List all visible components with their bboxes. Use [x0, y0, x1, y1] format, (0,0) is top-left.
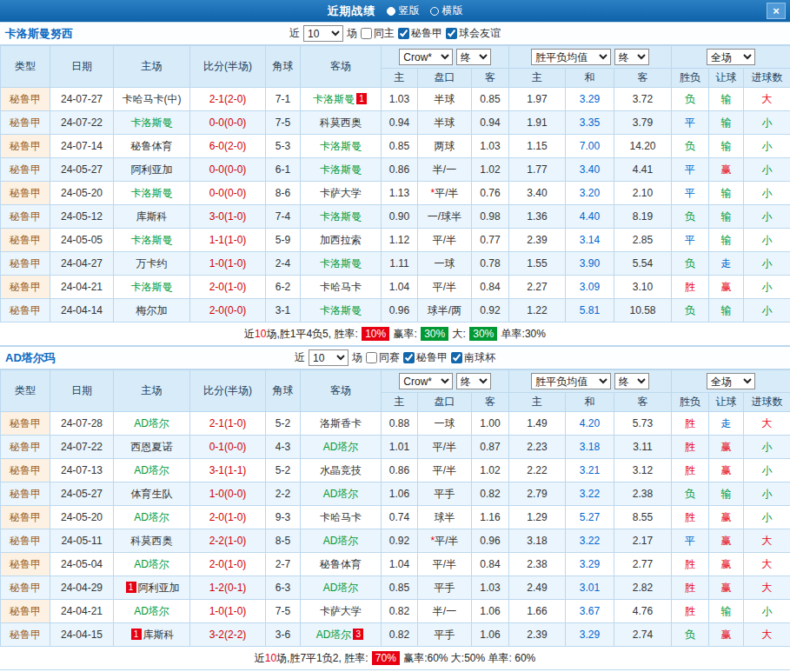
- filter-league[interactable]: 秘鲁甲: [403, 350, 448, 365]
- avg-home-cell: 3.18: [509, 529, 566, 553]
- filter-same-home[interactable]: 同主: [361, 26, 395, 41]
- recent-count-select[interactable]: 10: [303, 25, 343, 42]
- recent-count-select[interactable]: 10: [309, 349, 349, 366]
- team-link[interactable]: 水晶竞技: [320, 464, 362, 476]
- team-link[interactable]: 西恩夏诺: [131, 441, 173, 453]
- team-link[interactable]: AD塔尔: [323, 582, 359, 594]
- away-odds-cell: 0.94: [472, 111, 509, 135]
- team-link[interactable]: AD塔尔: [316, 629, 352, 641]
- team-link[interactable]: 库斯科: [136, 210, 168, 223]
- filter-league[interactable]: 秘鲁甲: [398, 26, 442, 41]
- handicap-cell: 球半: [418, 506, 472, 529]
- team-link[interactable]: 卡哈马卡(中): [123, 93, 182, 105]
- team-link[interactable]: 洛斯香卡: [320, 417, 362, 429]
- avg-stage-select[interactable]: 终: [614, 373, 649, 389]
- same-comp-checkbox[interactable]: [366, 352, 377, 363]
- filter-cup[interactable]: 南球杯: [451, 350, 495, 365]
- avg-odds-select[interactable]: 胜平负均值: [531, 49, 611, 65]
- team-link[interactable]: AD塔尔: [134, 558, 169, 570]
- team-link[interactable]: 卡洛斯曼: [320, 140, 362, 152]
- scope-select[interactable]: 全场: [707, 373, 755, 389]
- team-link[interactable]: AD塔尔: [323, 535, 359, 547]
- same-home-checkbox[interactable]: [361, 28, 372, 39]
- handicap-cell: 一/球半: [418, 205, 472, 229]
- score-cell[interactable]: 2-1(1-0): [190, 412, 266, 436]
- team-link[interactable]: AD塔尔: [323, 488, 359, 500]
- team-cell: 秘鲁体育: [301, 553, 382, 576]
- score-cell[interactable]: 3-1(1-1): [190, 459, 266, 482]
- score-cell[interactable]: 0-0(0-0): [190, 182, 266, 205]
- score-cell[interactable]: 0-1(0-0): [190, 436, 266, 459]
- team-link[interactable]: 卡萨大学: [320, 187, 362, 199]
- avg-odds-select[interactable]: 胜平负均值: [531, 373, 611, 389]
- team-link[interactable]: 库斯科: [143, 629, 175, 641]
- team-link[interactable]: 阿利亚加: [138, 582, 180, 594]
- team-link[interactable]: AD塔尔: [134, 511, 169, 523]
- score-cell[interactable]: 2-0(1-0): [190, 506, 266, 529]
- team-link[interactable]: 梅尔加: [136, 304, 168, 316]
- league-cell: 秘鲁甲: [1, 135, 50, 158]
- score-cell[interactable]: 1-1(1-0): [190, 229, 266, 252]
- score-cell[interactable]: 2-0(1-0): [190, 276, 266, 299]
- odds-stage-select[interactable]: 终: [456, 49, 491, 65]
- score-cell[interactable]: 1-0(1-0): [190, 600, 266, 623]
- date-cell: 24-05-04: [50, 553, 114, 576]
- league-cell: 秘鲁甲: [1, 299, 50, 323]
- team-link[interactable]: AD塔尔: [134, 605, 169, 617]
- league-checkbox[interactable]: [398, 28, 409, 39]
- team-link[interactable]: 卡洛斯曼: [131, 234, 173, 246]
- friendly-checkbox[interactable]: [446, 28, 457, 39]
- score-cell[interactable]: 2-1(2-0): [190, 88, 266, 111]
- score-cell[interactable]: 2-0(0-0): [190, 299, 266, 323]
- team-link[interactable]: 科莫西奥: [320, 116, 362, 129]
- goals-cell: 小: [744, 436, 790, 459]
- score-cell[interactable]: 1-0(0-0): [190, 482, 266, 506]
- odds-stage-select[interactable]: 终: [456, 373, 491, 389]
- bookmaker-select[interactable]: Crow*: [399, 49, 453, 65]
- team-link[interactable]: AD塔尔: [323, 441, 359, 453]
- score-cell[interactable]: 0-0(0-0): [190, 158, 266, 182]
- away-odds-cell: 1.00: [472, 412, 509, 436]
- team-link[interactable]: 加西拉索: [320, 234, 362, 246]
- team-link[interactable]: 卡洛斯曼: [320, 257, 362, 269]
- cup-checkbox[interactable]: [451, 352, 462, 363]
- goals-cell: 大: [744, 623, 790, 647]
- team-link[interactable]: 卡哈马卡: [320, 511, 362, 523]
- score-cell[interactable]: 2-2(1-0): [190, 529, 266, 553]
- team-link[interactable]: 阿利亚加: [131, 163, 173, 176]
- team-link[interactable]: 万卡约: [136, 257, 168, 269]
- score-cell[interactable]: 6-0(2-0): [190, 135, 266, 158]
- bookmaker-select[interactable]: Crow*: [399, 373, 453, 389]
- avg-header: 胜平负均值 终: [509, 370, 672, 393]
- scope-select[interactable]: 全场: [707, 49, 755, 65]
- team-link[interactable]: AD塔尔: [134, 417, 169, 429]
- score-cell[interactable]: 3-2(2-2): [190, 623, 266, 647]
- score-cell[interactable]: 1-0(1-0): [190, 252, 266, 276]
- score-cell[interactable]: 3-0(1-0): [190, 205, 266, 229]
- filter-same-comp[interactable]: 同赛: [366, 350, 400, 365]
- team-link[interactable]: 卡洛斯曼: [313, 93, 355, 105]
- team-link[interactable]: 秘鲁体育: [320, 558, 362, 570]
- team-link[interactable]: 卡洛斯曼: [131, 187, 173, 199]
- score-cell[interactable]: 1-2(0-1): [190, 576, 266, 600]
- filter-label: 南球杯: [464, 350, 495, 365]
- layout-radio-horizontal[interactable]: 横版: [430, 3, 463, 18]
- filter-friendly[interactable]: 球会友谊: [446, 26, 501, 41]
- score-cell[interactable]: 2-0(1-0): [190, 553, 266, 576]
- league-checkbox[interactable]: [403, 352, 415, 363]
- team-link[interactable]: 卡萨大学: [320, 605, 362, 617]
- team-link[interactable]: 体育生队: [131, 488, 173, 500]
- layout-radio-vertical[interactable]: 竖版: [387, 3, 420, 18]
- team-link[interactable]: 秘鲁体育: [131, 140, 173, 152]
- avg-stage-select[interactable]: 终: [614, 49, 649, 65]
- team-link[interactable]: 卡洛斯曼: [320, 163, 362, 176]
- close-icon[interactable]: ×: [767, 3, 786, 19]
- team-link[interactable]: 卡哈马卡: [320, 281, 362, 293]
- team-link[interactable]: 卡洛斯曼: [131, 281, 173, 293]
- score-cell[interactable]: 0-0(0-0): [190, 111, 266, 135]
- team-link[interactable]: AD塔尔: [134, 464, 169, 476]
- team-link[interactable]: 科莫西奥: [131, 535, 173, 547]
- team-link[interactable]: 卡洛斯曼: [131, 116, 173, 129]
- team-link[interactable]: 卡洛斯曼: [320, 210, 362, 223]
- team-link[interactable]: 卡洛斯曼: [320, 304, 362, 316]
